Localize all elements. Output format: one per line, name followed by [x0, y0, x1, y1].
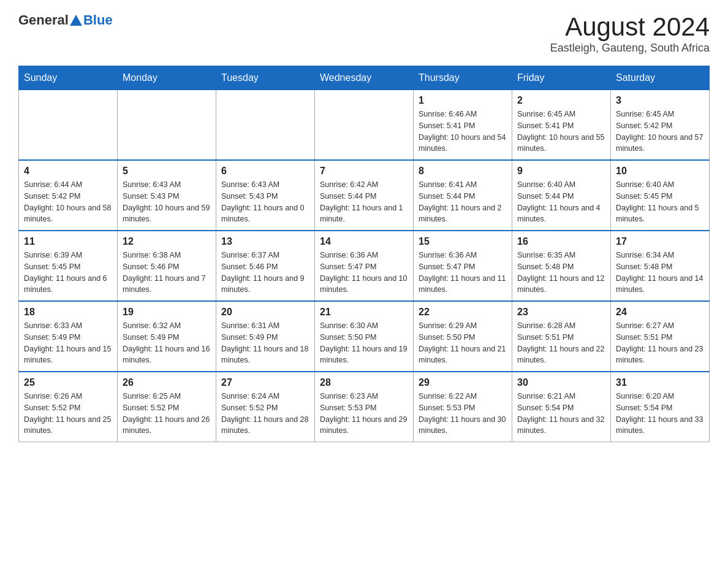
calendar-cell: 9Sunrise: 6:40 AMSunset: 5:44 PMDaylight…	[512, 160, 611, 231]
day-info: Sunrise: 6:23 AMSunset: 5:53 PMDaylight:…	[320, 391, 408, 437]
day-info: Sunrise: 6:33 AMSunset: 5:49 PMDaylight:…	[24, 320, 112, 366]
calendar-cell: 18Sunrise: 6:33 AMSunset: 5:49 PMDayligh…	[19, 301, 118, 372]
calendar-cell: 12Sunrise: 6:38 AMSunset: 5:46 PMDayligh…	[118, 231, 216, 301]
day-number: 27	[221, 377, 309, 388]
day-info: Sunrise: 6:24 AMSunset: 5:52 PMDaylight:…	[221, 391, 309, 437]
day-number: 28	[320, 377, 408, 388]
logo-general-text: General	[18, 12, 69, 28]
day-number: 19	[123, 307, 211, 318]
day-info: Sunrise: 6:46 AMSunset: 5:41 PMDaylight:…	[419, 109, 507, 155]
day-number: 11	[24, 236, 112, 247]
day-number: 30	[517, 377, 605, 388]
day-number: 18	[24, 307, 112, 318]
calendar-header-row: SundayMondayTuesdayWednesdayThursdayFrid…	[19, 66, 710, 90]
day-number: 24	[616, 307, 704, 318]
calendar-cell: 24Sunrise: 6:27 AMSunset: 5:51 PMDayligh…	[611, 301, 710, 372]
day-number: 12	[123, 236, 211, 247]
calendar-title: August 2024	[550, 12, 710, 42]
calendar-cell: 20Sunrise: 6:31 AMSunset: 5:49 PMDayligh…	[216, 301, 315, 372]
calendar-cell: 29Sunrise: 6:22 AMSunset: 5:53 PMDayligh…	[414, 372, 512, 442]
calendar-week-2: 11Sunrise: 6:39 AMSunset: 5:45 PMDayligh…	[19, 231, 710, 301]
logo-triangle-icon	[70, 15, 82, 26]
day-number: 4	[24, 166, 112, 177]
title-block: August 2024 Eastleigh, Gauteng, South Af…	[550, 12, 710, 55]
calendar-cell: 5Sunrise: 6:43 AMSunset: 5:43 PMDaylight…	[118, 160, 216, 231]
day-number: 25	[24, 377, 112, 388]
day-number: 5	[123, 166, 211, 177]
calendar-cell: 15Sunrise: 6:36 AMSunset: 5:47 PMDayligh…	[414, 231, 512, 301]
calendar-cell: 23Sunrise: 6:28 AMSunset: 5:51 PMDayligh…	[512, 301, 611, 372]
calendar-cell: 3Sunrise: 6:45 AMSunset: 5:42 PMDaylight…	[611, 90, 710, 161]
calendar-cell: 28Sunrise: 6:23 AMSunset: 5:53 PMDayligh…	[315, 372, 414, 442]
calendar-subtitle: Eastleigh, Gauteng, South Africa	[550, 42, 710, 55]
day-info: Sunrise: 6:30 AMSunset: 5:50 PMDaylight:…	[320, 320, 408, 366]
calendar-cell: 7Sunrise: 6:42 AMSunset: 5:44 PMDaylight…	[315, 160, 414, 231]
day-number: 29	[419, 377, 507, 388]
day-of-week-thursday: Thursday	[414, 66, 512, 90]
calendar-cell: 2Sunrise: 6:45 AMSunset: 5:41 PMDaylight…	[512, 90, 611, 161]
day-info: Sunrise: 6:39 AMSunset: 5:45 PMDaylight:…	[24, 250, 112, 296]
calendar-cell: 14Sunrise: 6:36 AMSunset: 5:47 PMDayligh…	[315, 231, 414, 301]
calendar-cell: 17Sunrise: 6:34 AMSunset: 5:48 PMDayligh…	[611, 231, 710, 301]
day-number: 3	[616, 95, 704, 106]
day-info: Sunrise: 6:28 AMSunset: 5:51 PMDaylight:…	[517, 320, 605, 366]
calendar-cell: 6Sunrise: 6:43 AMSunset: 5:43 PMDaylight…	[216, 160, 315, 231]
calendar-week-0: 1Sunrise: 6:46 AMSunset: 5:41 PMDaylight…	[19, 90, 710, 161]
page-header: General Blue August 2024 Eastleigh, Gaut…	[18, 12, 710, 55]
day-info: Sunrise: 6:25 AMSunset: 5:52 PMDaylight:…	[123, 391, 211, 437]
day-number: 16	[517, 236, 605, 247]
day-info: Sunrise: 6:38 AMSunset: 5:46 PMDaylight:…	[123, 250, 211, 296]
day-number: 6	[221, 166, 309, 177]
calendar-cell: 21Sunrise: 6:30 AMSunset: 5:50 PMDayligh…	[315, 301, 414, 372]
day-number: 23	[517, 307, 605, 318]
day-number: 7	[320, 166, 408, 177]
calendar-cell: 22Sunrise: 6:29 AMSunset: 5:50 PMDayligh…	[414, 301, 512, 372]
day-of-week-tuesday: Tuesday	[216, 66, 315, 90]
calendar-cell	[118, 90, 216, 161]
day-of-week-friday: Friday	[512, 66, 611, 90]
day-of-week-saturday: Saturday	[611, 66, 710, 90]
calendar-cell: 16Sunrise: 6:35 AMSunset: 5:48 PMDayligh…	[512, 231, 611, 301]
day-number: 1	[419, 95, 507, 106]
day-info: Sunrise: 6:45 AMSunset: 5:41 PMDaylight:…	[517, 109, 605, 155]
day-info: Sunrise: 6:21 AMSunset: 5:54 PMDaylight:…	[517, 391, 605, 437]
day-number: 26	[123, 377, 211, 388]
day-number: 17	[616, 236, 704, 247]
calendar-cell: 25Sunrise: 6:26 AMSunset: 5:52 PMDayligh…	[19, 372, 118, 442]
calendar-cell: 1Sunrise: 6:46 AMSunset: 5:41 PMDaylight…	[414, 90, 512, 161]
day-of-week-monday: Monday	[118, 66, 216, 90]
calendar-week-3: 18Sunrise: 6:33 AMSunset: 5:49 PMDayligh…	[19, 301, 710, 372]
day-info: Sunrise: 6:44 AMSunset: 5:42 PMDaylight:…	[24, 179, 112, 225]
day-number: 15	[419, 236, 507, 247]
day-info: Sunrise: 6:42 AMSunset: 5:44 PMDaylight:…	[320, 179, 408, 225]
day-info: Sunrise: 6:40 AMSunset: 5:45 PMDaylight:…	[616, 179, 704, 225]
calendar-cell: 11Sunrise: 6:39 AMSunset: 5:45 PMDayligh…	[19, 231, 118, 301]
day-info: Sunrise: 6:20 AMSunset: 5:54 PMDaylight:…	[616, 391, 704, 437]
day-number: 2	[517, 95, 605, 106]
calendar-table: SundayMondayTuesdayWednesdayThursdayFrid…	[18, 66, 710, 442]
day-number: 9	[517, 166, 605, 177]
day-info: Sunrise: 6:36 AMSunset: 5:47 PMDaylight:…	[419, 250, 507, 296]
logo: General Blue	[18, 12, 113, 28]
day-info: Sunrise: 6:34 AMSunset: 5:48 PMDaylight:…	[616, 250, 704, 296]
day-number: 31	[616, 377, 704, 388]
calendar-cell: 19Sunrise: 6:32 AMSunset: 5:49 PMDayligh…	[118, 301, 216, 372]
calendar-week-1: 4Sunrise: 6:44 AMSunset: 5:42 PMDaylight…	[19, 160, 710, 231]
day-info: Sunrise: 6:22 AMSunset: 5:53 PMDaylight:…	[419, 391, 507, 437]
calendar-cell: 4Sunrise: 6:44 AMSunset: 5:42 PMDaylight…	[19, 160, 118, 231]
day-number: 22	[419, 307, 507, 318]
day-info: Sunrise: 6:31 AMSunset: 5:49 PMDaylight:…	[221, 320, 309, 366]
day-number: 14	[320, 236, 408, 247]
day-of-week-sunday: Sunday	[19, 66, 118, 90]
calendar-cell: 27Sunrise: 6:24 AMSunset: 5:52 PMDayligh…	[216, 372, 315, 442]
calendar-cell: 31Sunrise: 6:20 AMSunset: 5:54 PMDayligh…	[611, 372, 710, 442]
day-of-week-wednesday: Wednesday	[315, 66, 414, 90]
calendar-cell	[19, 90, 118, 161]
day-number: 20	[221, 307, 309, 318]
calendar-cell: 8Sunrise: 6:41 AMSunset: 5:44 PMDaylight…	[414, 160, 512, 231]
calendar-week-4: 25Sunrise: 6:26 AMSunset: 5:52 PMDayligh…	[19, 372, 710, 442]
day-info: Sunrise: 6:29 AMSunset: 5:50 PMDaylight:…	[419, 320, 507, 366]
day-info: Sunrise: 6:32 AMSunset: 5:49 PMDaylight:…	[123, 320, 211, 366]
day-info: Sunrise: 6:26 AMSunset: 5:52 PMDaylight:…	[24, 391, 112, 437]
day-info: Sunrise: 6:43 AMSunset: 5:43 PMDaylight:…	[221, 179, 309, 225]
